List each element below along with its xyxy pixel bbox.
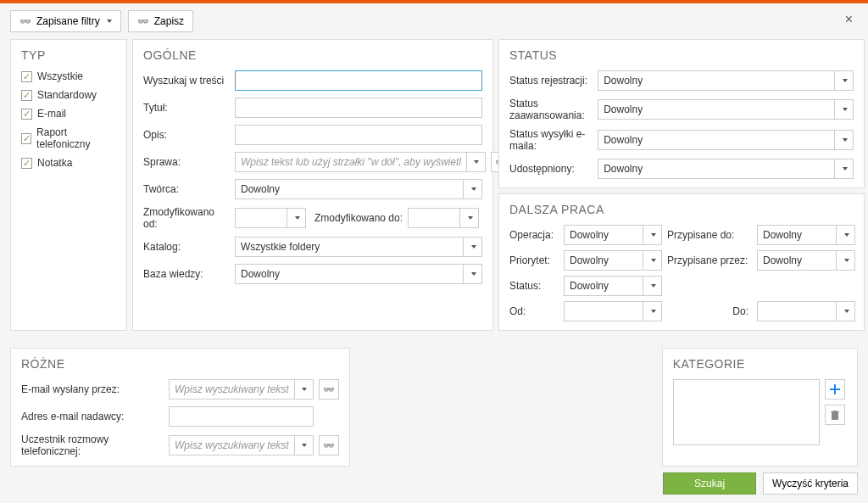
case-select[interactable]: Wpisz tekst lub użyj strzałki "w dół", a… [235, 152, 486, 172]
chevron-down-icon[interactable] [643, 301, 662, 321]
dalsza-status-select[interactable]: Dowolny [564, 276, 662, 296]
search-button[interactable]: Szukaj [663, 472, 756, 495]
clear-criteria-button[interactable]: Wyczyść kryteria [763, 472, 858, 495]
status-rejestracji-label: Status rejestracji: [509, 75, 593, 87]
saved-filters-button[interactable]: Zapisane filtry [10, 10, 121, 32]
chevron-down-icon[interactable] [835, 99, 854, 120]
main-content: TYP Wszystkie Standardowy E-mail Raport … [0, 39, 868, 343]
chevron-down-icon[interactable] [464, 179, 482, 199]
operation-label: Operacja: [509, 229, 559, 241]
chevron-down-icon[interactable] [835, 70, 854, 91]
footer-actions: Szukaj Wyczyść kryteria [663, 472, 858, 495]
priority-label: Priorytet: [509, 254, 559, 266]
sender-address-input[interactable] [169, 406, 314, 427]
modified-from-value [235, 208, 287, 228]
chevron-down-icon[interactable] [837, 225, 855, 245]
chevron-down-icon[interactable] [287, 208, 306, 228]
email-sent-by-label: E-mail wysłany przez: [21, 383, 164, 395]
assigned-to-label: Przypisane do: [667, 229, 752, 241]
chk-label: Notatka [37, 157, 72, 169]
case-label: Sprawa: [143, 156, 230, 168]
email-sent-by-search[interactable] [319, 379, 339, 400]
chevron-down-icon[interactable] [460, 208, 479, 228]
chk-label: Raport telefoniczny [36, 126, 116, 150]
checkbox-email[interactable] [21, 109, 32, 120]
chk-label: Wszystkie [37, 70, 83, 82]
checkbox-raport[interactable] [21, 133, 31, 144]
select-value [564, 301, 643, 321]
clear-button-label: Wyczyść kryteria [772, 478, 849, 489]
select-placeholder: Wpisz wyszukiwany tekst [169, 379, 295, 400]
catalog-select[interactable]: Wszystkie foldery [235, 237, 482, 257]
categories-listbox[interactable] [673, 379, 820, 445]
status-wysylki-select[interactable]: Dowolny [598, 130, 854, 150]
chevron-down-icon[interactable] [837, 250, 855, 271]
priority-select[interactable]: Dowolny [564, 250, 662, 271]
status-zaawansowania-select[interactable]: Dowolny [598, 99, 854, 120]
to-date[interactable] [757, 301, 855, 321]
search-content-input[interactable] [235, 70, 482, 91]
binoculars-icon [19, 16, 31, 27]
chevron-down-icon[interactable] [643, 250, 662, 271]
author-label: Twórca: [143, 183, 230, 195]
save-button[interactable]: Zapisz [128, 10, 193, 32]
panel-title-status: STATUS [509, 48, 854, 62]
call-participant-select[interactable]: Wpisz wyszukiwany tekst [169, 435, 314, 455]
status-label: Status: [509, 280, 559, 292]
checkbox-standardowy[interactable] [21, 90, 32, 101]
panel-title-kategorie: KATEGORIE [673, 357, 847, 371]
chk-label: Standardowy [37, 89, 97, 101]
status-zaawansowania-label: Status zaawansowania: [509, 98, 593, 121]
panel-typ: TYP Wszystkie Standardowy E-mail Raport … [10, 39, 127, 331]
toolbar: Zapisane filtry Zapisz × [0, 3, 868, 39]
chevron-down-icon[interactable] [835, 159, 854, 179]
saved-filters-label: Zapisane filtry [36, 15, 100, 27]
chevron-down-icon[interactable] [464, 237, 482, 257]
panel-status: STATUS Status rejestracji: Dowolny Statu… [498, 39, 865, 188]
desc-input[interactable] [235, 125, 482, 145]
close-icon[interactable]: × [845, 12, 853, 27]
chevron-down-icon[interactable] [837, 301, 855, 321]
row-bottom: RÓŻNE E-mail wysłany przez: Wpisz wyszuk… [0, 348, 868, 467]
email-sent-by-select[interactable]: Wpisz wyszukiwany tekst [169, 379, 314, 400]
udostepniony-select[interactable]: Dowolny [598, 159, 854, 179]
select-value: Dowolny [564, 225, 643, 245]
status-rejestracji-select[interactable]: Dowolny [598, 70, 854, 91]
select-placeholder: Wpisz wyszukiwany tekst [169, 435, 295, 455]
chevron-down-icon[interactable] [295, 379, 314, 400]
chevron-down-icon[interactable] [295, 435, 314, 455]
chevron-down-icon[interactable] [835, 130, 854, 150]
chevron-down-icon[interactable] [643, 225, 662, 245]
modified-from-date[interactable] [235, 208, 306, 228]
assigned-by-select[interactable]: Dowolny [757, 250, 855, 271]
modified-to-date[interactable] [408, 208, 479, 228]
checkbox-notatka[interactable] [21, 158, 32, 169]
select-value: Dowolny [564, 250, 643, 271]
from-date[interactable] [564, 301, 662, 321]
assigned-to-select[interactable]: Dowolny [757, 225, 855, 245]
kb-select[interactable]: Dowolny [235, 264, 482, 284]
search-content-label: Wyszukaj w treści [143, 75, 230, 87]
call-participant-search[interactable] [319, 435, 339, 455]
chevron-down-icon[interactable] [467, 152, 486, 172]
case-value: Wpisz tekst lub użyj strzałki "w dół", a… [235, 152, 467, 172]
operation-select[interactable]: Dowolny [564, 225, 662, 245]
select-value: Dowolny [564, 276, 643, 296]
add-category-button[interactable] [825, 379, 845, 400]
chevron-down-icon[interactable] [643, 276, 662, 296]
panel-rozne: RÓŻNE E-mail wysłany przez: Wpisz wyszuk… [10, 348, 350, 467]
delete-category-button[interactable] [825, 405, 845, 425]
checkbox-wszystkie[interactable] [21, 71, 32, 82]
catalog-value: Wszystkie foldery [235, 237, 464, 257]
title-input[interactable] [235, 98, 482, 118]
panel-kategorie: KATEGORIE [662, 348, 858, 467]
author-select[interactable]: Dowolny [235, 179, 482, 199]
chk-label: E-mail [37, 108, 66, 120]
udostepniony-label: Udostępniony: [509, 163, 593, 175]
panel-title-rozne: RÓŻNE [21, 357, 339, 371]
select-value: Dowolny [757, 225, 837, 245]
chevron-down-icon[interactable] [464, 264, 482, 284]
modified-to-value [408, 208, 460, 228]
author-value: Dowolny [235, 179, 464, 199]
catalog-label: Katalog: [143, 241, 230, 253]
